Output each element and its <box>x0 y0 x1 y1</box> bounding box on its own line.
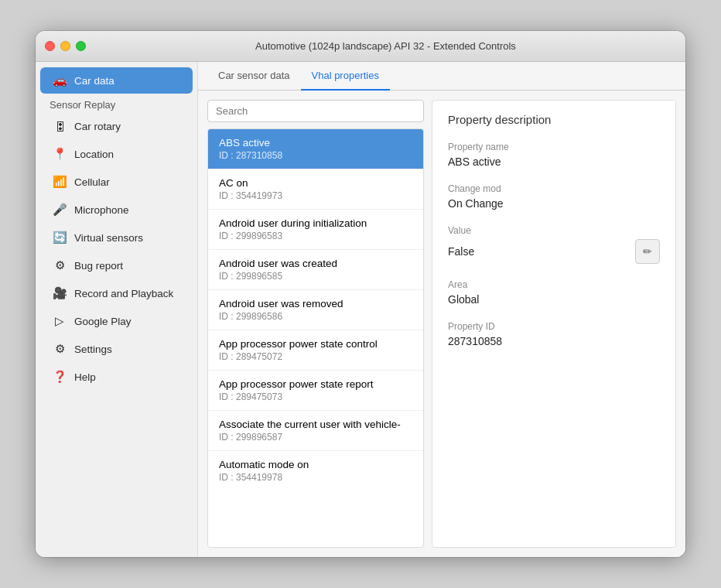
sidebar-item-bug-report[interactable]: ⚙ Bug report <box>40 252 193 279</box>
sidebar-item-label-bug-report: Bug report <box>74 260 123 272</box>
list-item[interactable]: AC on ID : 354419973 <box>208 169 423 210</box>
main-window: Automotive (1024p landscape) API 32 - Ex… <box>36 31 685 557</box>
area-label: Area <box>448 279 660 290</box>
list-item[interactable]: App processor power state report ID : 28… <box>208 371 423 411</box>
property-id: ID : 354419973 <box>219 190 412 201</box>
sidebar-item-car-rotary[interactable]: 🎛 Car rotary <box>40 113 193 139</box>
traffic-lights <box>45 41 86 51</box>
cellular-icon: 📶 <box>53 175 67 189</box>
virtual-sensors-icon: 🔄 <box>53 231 67 244</box>
sidebar-item-settings[interactable]: ⚙ Settings <box>40 336 193 362</box>
car-data-icon: 🚗 <box>53 74 67 87</box>
google-play-icon: ▷ <box>53 314 67 328</box>
tab-car-sensor-data[interactable]: Car sensor data <box>207 62 301 91</box>
list-item[interactable]: Android user was created ID : 299896585 <box>208 250 423 290</box>
car-rotary-icon: 🎛 <box>53 119 67 133</box>
list-item[interactable]: Android user during initialization ID : … <box>208 210 423 250</box>
property-name-field: Property name ABS active <box>448 142 660 168</box>
minimize-button[interactable] <box>60 41 70 51</box>
property-id-field: Property ID 287310858 <box>448 321 660 347</box>
property-id: ID : 299896583 <box>219 231 412 241</box>
value-label: Value <box>448 225 660 236</box>
maximize-button[interactable] <box>76 41 86 51</box>
sidebar-section-sensor-replay: Sensor Replay <box>36 94 197 112</box>
property-id: ID : 289475072 <box>219 351 412 362</box>
change-mod-field: Change mod On Change <box>448 183 660 210</box>
property-name: AC on <box>219 177 412 189</box>
property-id: ID : 299896586 <box>219 311 412 322</box>
property-name: Android user during initialization <box>219 217 412 229</box>
property-id: ID : 287310858 <box>219 150 412 161</box>
window-body: 🚗 Car data Sensor Replay 🎛 Car rotary 📍 … <box>36 62 685 557</box>
value-field: Value False ✏ <box>448 225 660 264</box>
sidebar-item-label-settings: Settings <box>74 344 112 355</box>
sidebar: 🚗 Car data Sensor Replay 🎛 Car rotary 📍 … <box>36 62 198 557</box>
sidebar-item-microphone[interactable]: 🎤 Microphone <box>40 197 193 223</box>
list-item[interactable]: Automatic mode on ID : 354419978 <box>208 451 423 491</box>
sidebar-item-virtual-sensors[interactable]: 🔄 Virtual sensors <box>40 224 193 251</box>
change-mod-value: On Change <box>448 197 660 210</box>
help-icon: ❓ <box>53 370 67 384</box>
property-id: ID : 354419978 <box>219 472 412 483</box>
window-title: Automotive (1024p landscape) API 32 - Ex… <box>95 40 676 52</box>
edit-icon: ✏ <box>643 245 652 258</box>
sidebar-item-label-record-playback: Record and Playback <box>74 288 173 299</box>
property-name: Android user was removed <box>219 298 412 309</box>
property-name-value: ABS active <box>448 156 660 168</box>
microphone-icon: 🎤 <box>53 203 67 217</box>
property-id: ID : 299896585 <box>219 271 412 282</box>
property-name: Automatic mode on <box>219 459 412 470</box>
sidebar-item-label-help: Help <box>74 371 96 383</box>
area-value: Global <box>448 293 660 306</box>
property-id: ID : 299896587 <box>219 432 412 443</box>
sidebar-item-label-google-play: Google Play <box>74 316 132 327</box>
detail-title: Property description <box>448 113 660 126</box>
list-item[interactable]: Android user was removed ID : 299896586 <box>208 290 423 330</box>
sidebar-item-label-location: Location <box>74 149 114 160</box>
property-name-label: Property name <box>448 142 660 152</box>
sidebar-item-label-cellular: Cellular <box>74 176 110 188</box>
change-mod-label: Change mod <box>448 183 660 194</box>
property-id-value: 287310858 <box>448 335 660 347</box>
property-list-panel: ABS active ID : 287310858 AC on ID : 354… <box>207 100 424 548</box>
sidebar-item-help[interactable]: ❓ Help <box>40 364 193 390</box>
sidebar-item-cellular[interactable]: 📶 Cellular <box>40 169 193 195</box>
property-name: ABS active <box>219 137 412 149</box>
search-input[interactable] <box>207 100 424 122</box>
value-row: False ✏ <box>448 239 660 264</box>
property-name: Android user was created <box>219 258 412 269</box>
list-item[interactable]: App processor power state control ID : 2… <box>208 330 423 371</box>
tabs-bar: Car sensor data Vhal properties <box>198 62 685 91</box>
property-id-label: Property ID <box>448 321 660 332</box>
sidebar-item-location[interactable]: 📍 Location <box>40 141 193 167</box>
sidebar-item-car-data[interactable]: 🚗 Car data <box>40 67 193 94</box>
list-item[interactable]: ABS active ID : 287310858 <box>208 129 423 169</box>
location-icon: 📍 <box>53 147 67 161</box>
sidebar-item-label-microphone: Microphone <box>74 204 129 216</box>
sidebar-item-label-car-rotary: Car rotary <box>74 121 121 132</box>
sidebar-item-google-play[interactable]: ▷ Google Play <box>40 308 193 334</box>
title-bar: Automotive (1024p landscape) API 32 - Ex… <box>36 31 685 62</box>
area-field: Area Global <box>448 279 660 306</box>
edit-value-button[interactable]: ✏ <box>635 239 660 264</box>
close-button[interactable] <box>45 41 55 51</box>
sidebar-item-label-virtual-sensors: Virtual sensors <box>74 232 143 244</box>
property-name: Associate the current user with vehicle- <box>219 419 412 430</box>
tab-vhal-properties[interactable]: Vhal properties <box>301 62 390 91</box>
property-list: ABS active ID : 287310858 AC on ID : 354… <box>207 128 424 548</box>
record-playback-icon: 🎥 <box>53 286 67 300</box>
list-item[interactable]: Associate the current user with vehicle-… <box>208 411 423 451</box>
main-content: Car sensor data Vhal properties ABS acti… <box>198 62 685 557</box>
property-name: App processor power state report <box>219 378 412 390</box>
settings-icon: ⚙ <box>53 342 67 356</box>
property-name: App processor power state control <box>219 338 412 350</box>
property-id: ID : 289475073 <box>219 391 412 402</box>
sidebar-item-record-playback[interactable]: 🎥 Record and Playback <box>40 280 193 306</box>
bug-report-icon: ⚙ <box>53 258 67 272</box>
content-area: ABS active ID : 287310858 AC on ID : 354… <box>198 91 685 557</box>
value-value: False <box>448 245 474 258</box>
property-detail-panel: Property description Property name ABS a… <box>432 100 676 548</box>
sidebar-item-label-car-data: Car data <box>74 75 114 87</box>
